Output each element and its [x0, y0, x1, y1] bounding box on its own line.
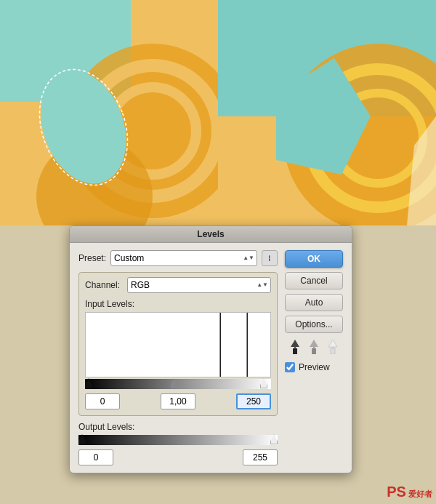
levels-dialog: Levels Preset: Custom ▲▼ ⁞: [69, 225, 352, 473]
watermark: PS 爱好者: [387, 484, 432, 500]
input-values-row: [85, 393, 271, 409]
ok-button[interactable]: OK: [285, 250, 343, 268]
preset-options-icon: ⁞: [268, 254, 271, 263]
output-levels-label: Output Levels:: [78, 422, 278, 432]
input-black-field[interactable]: [85, 393, 120, 409]
white-slider-handle[interactable]: [260, 378, 267, 388]
auto-button[interactable]: Auto: [285, 294, 343, 311]
eyedroppers-group: [285, 339, 343, 355]
canvas-right-panel: [218, 0, 436, 225]
svg-marker-18: [291, 340, 299, 347]
options-button[interactable]: Options...: [285, 316, 343, 333]
eyedropper-white-icon[interactable]: [325, 339, 341, 355]
output-white-handle[interactable]: [270, 434, 278, 444]
output-black-handle[interactable]: [78, 434, 86, 444]
cancel-button[interactable]: Cancel: [285, 272, 343, 289]
canvas-area: [0, 0, 436, 225]
preset-options-button[interactable]: ⁞: [262, 250, 278, 266]
preview-row: Preview: [285, 362, 343, 372]
output-values-row: [78, 449, 278, 465]
preset-select[interactable]: Custom: [110, 250, 257, 266]
output-black-field[interactable]: [78, 449, 113, 465]
channel-label: Channel:: [85, 280, 123, 290]
svg-rect-17: [293, 348, 297, 354]
input-white-field[interactable]: [236, 393, 271, 409]
svg-marker-21: [310, 340, 318, 347]
svg-rect-20: [312, 348, 316, 354]
input-levels-label: Input Levels:: [85, 299, 271, 309]
preset-select-wrapper[interactable]: Custom ▲▼: [110, 250, 257, 266]
histogram: [85, 312, 271, 377]
gray-slider-handle[interactable]: [171, 378, 178, 388]
svg-rect-23: [331, 348, 335, 354]
input-slider-track: [85, 379, 271, 389]
channel-select-wrapper[interactable]: RGB ▲▼: [127, 277, 271, 293]
preview-checkbox[interactable]: [285, 362, 295, 372]
dialog-title: Levels: [70, 226, 352, 243]
eyedropper-black-icon[interactable]: [287, 339, 303, 355]
output-gradient: [78, 435, 278, 445]
channel-section: Channel: RGB ▲▼ Input Levels:: [78, 272, 278, 416]
dialog-left-panel: Preset: Custom ▲▼ ⁞ Channel:: [78, 250, 278, 465]
output-section: Output Levels:: [78, 422, 278, 465]
watermark-ps: PS: [387, 484, 406, 500]
canvas-left-panel: [0, 0, 218, 225]
channel-row: Channel: RGB ▲▼: [85, 277, 271, 293]
watermark-tagline: 爱好者: [406, 489, 432, 498]
preset-label: Preset:: [78, 253, 106, 263]
output-white-field[interactable]: [243, 449, 278, 465]
eyedropper-gray-icon[interactable]: [306, 339, 322, 355]
svg-marker-24: [328, 340, 337, 347]
dialog-right-panel: OK Cancel Auto Options...: [285, 250, 343, 465]
preview-label: Preview: [299, 362, 330, 372]
input-mid-field[interactable]: [161, 393, 195, 409]
bottom-area: Levels Preset: Custom ▲▼ ⁞: [0, 225, 436, 504]
black-slider-handle[interactable]: [85, 378, 92, 388]
channel-select[interactable]: RGB: [127, 277, 271, 293]
preset-row: Preset: Custom ▲▼ ⁞: [78, 250, 278, 266]
